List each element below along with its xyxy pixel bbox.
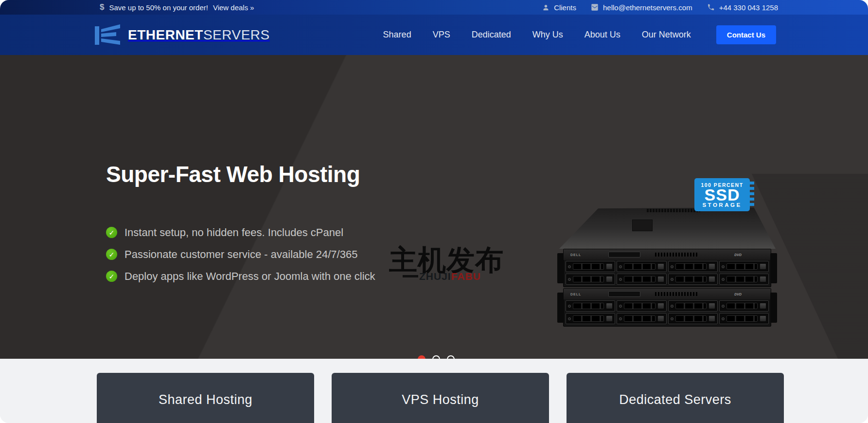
phone-text: +44 330 043 1258 xyxy=(719,3,778,12)
drive-bay xyxy=(668,300,718,312)
drive-bay xyxy=(617,261,666,272)
drive-bay xyxy=(719,300,769,312)
person-icon xyxy=(542,4,549,11)
nav-item-shared[interactable]: Shared xyxy=(383,30,411,40)
drive-bay xyxy=(719,274,769,285)
server-lcd xyxy=(608,291,640,297)
server-lcd xyxy=(608,252,640,257)
nav-item-our-network[interactable]: Our Network xyxy=(642,30,691,40)
email-link[interactable]: hello@ethernetservers.com xyxy=(591,3,692,12)
hero-bullet-1: Instant setup, no hidden fees. Includes … xyxy=(106,221,375,243)
ethernet-servers-logo-icon xyxy=(95,22,122,48)
carousel-dot-3[interactable] xyxy=(447,355,455,359)
nav-item-dedicated[interactable]: Dedicated xyxy=(472,30,511,40)
watermark-dash xyxy=(403,275,418,277)
drive-bay xyxy=(617,313,666,324)
ssd-badge-line3: STORAGE xyxy=(694,202,750,208)
drive-bay xyxy=(566,261,615,272)
hero-carousel-slide: Super-Fast Web Hosting Instant setup, no… xyxy=(0,55,868,359)
card-label: Shared Hosting xyxy=(159,392,252,423)
watermark-latin-dark: ZHUJI xyxy=(419,271,451,281)
server-rack-image: DELL DVD DELL xyxy=(559,200,776,328)
bullet-text: Instant setup, no hidden fees. Includes … xyxy=(124,226,343,239)
clients-link[interactable]: Clients xyxy=(542,3,576,12)
drive-bay xyxy=(668,274,718,285)
drive-bay xyxy=(566,274,615,285)
dedicated-servers-card[interactable]: Dedicated Servers xyxy=(567,373,784,423)
nav-item-vps[interactable]: VPS xyxy=(433,30,450,40)
nav-item-why-us[interactable]: Why Us xyxy=(532,30,563,40)
email-text: hello@ethernetservers.com xyxy=(603,3,692,12)
green-check-icon xyxy=(106,249,117,260)
watermark-latin-red: FABU xyxy=(451,271,481,281)
green-check-icon xyxy=(106,227,117,238)
envelope-icon xyxy=(591,3,599,11)
logo-text-light: SERVERS xyxy=(203,27,270,42)
shared-hosting-card[interactable]: Shared Hosting xyxy=(97,373,314,423)
server-unit-2: DELL DVD xyxy=(563,288,771,327)
drive-bay xyxy=(566,300,615,312)
bullet-text: Passionate customer service - available … xyxy=(124,248,357,261)
hero-bullet-3: Deploy apps like WordPress or Joomla wit… xyxy=(106,265,375,287)
drive-bay xyxy=(719,313,769,324)
server-lid-hatch xyxy=(632,220,653,231)
clients-label: Clients xyxy=(554,3,576,12)
server-lid-vent xyxy=(647,209,700,212)
card-label: Dedicated Servers xyxy=(619,392,731,423)
carousel-dots xyxy=(418,355,455,359)
carousel-dot-1[interactable] xyxy=(418,355,425,359)
vps-hosting-card[interactable]: VPS Hosting xyxy=(332,373,549,423)
phone-icon xyxy=(707,3,715,11)
drive-bays xyxy=(566,300,769,324)
drive-bays xyxy=(566,261,769,285)
server-control-strip: DELL DVD xyxy=(564,249,771,260)
view-deals-link[interactable]: View deals » xyxy=(213,3,254,12)
ssd-badge-line2: SSD xyxy=(694,188,750,202)
contact-us-button[interactable]: Contact Us xyxy=(716,25,776,44)
drive-bay xyxy=(668,313,718,324)
main-navbar: ETHERNETSERVERS Shared VPS Dedicated Why… xyxy=(0,15,868,55)
dvd-drive-label: DVD xyxy=(734,293,742,296)
drive-bay xyxy=(719,261,769,272)
drive-bay xyxy=(617,274,666,285)
service-cards-section: Shared Hosting VPS Hosting Dedicated Ser… xyxy=(0,359,868,423)
hero-bullet-2: Passionate customer service - available … xyxy=(106,243,375,265)
ssd-storage-badge: 100 PERCENT SSD STORAGE xyxy=(694,178,750,211)
server-vents xyxy=(655,253,699,257)
drive-bay xyxy=(566,313,615,324)
hero-title: Super-Fast Web Hosting xyxy=(106,161,360,187)
top-bar: $ Save up to 50% on your order! View dea… xyxy=(0,0,868,15)
bullet-text: Deploy apps like WordPress or Joomla wit… xyxy=(124,270,375,283)
topbar-right: Clients hello@ethernetservers.com +44 33… xyxy=(542,3,778,12)
server-control-strip: DELL DVD xyxy=(564,289,771,299)
nav-item-about-us[interactable]: About Us xyxy=(585,30,620,40)
server-vents xyxy=(655,292,699,296)
promo-banner: $ Save up to 50% on your order! View dea… xyxy=(100,2,254,12)
watermark: 主机发布 ZHUJI FABU xyxy=(389,246,504,281)
server-unit-1: DELL DVD xyxy=(563,249,771,287)
browser-viewport: $ Save up to 50% on your order! View dea… xyxy=(0,0,868,423)
logo-text: ETHERNETSERVERS xyxy=(128,27,270,43)
watermark-cjk-text: 主机发布 xyxy=(389,246,504,274)
phone-link[interactable]: +44 330 043 1258 xyxy=(707,3,778,12)
logo[interactable]: ETHERNETSERVERS xyxy=(95,15,270,55)
nav-menu: Shared VPS Dedicated Why Us About Us Our… xyxy=(383,15,776,55)
dvd-drive-label: DVD xyxy=(734,253,742,257)
drive-bay xyxy=(668,261,718,272)
drive-bay xyxy=(617,300,666,312)
card-label: VPS Hosting xyxy=(402,392,479,423)
green-check-icon xyxy=(106,271,117,282)
dell-logo: DELL xyxy=(570,293,581,296)
hero-bullet-list: Instant setup, no hidden fees. Includes … xyxy=(106,221,375,287)
carousel-dot-2[interactable] xyxy=(432,355,440,359)
logo-text-bold: ETHERNET xyxy=(128,27,203,42)
dollar-icon: $ xyxy=(100,2,104,12)
promo-text: Save up to 50% on your order! xyxy=(109,3,208,12)
dell-logo: DELL xyxy=(570,253,581,257)
